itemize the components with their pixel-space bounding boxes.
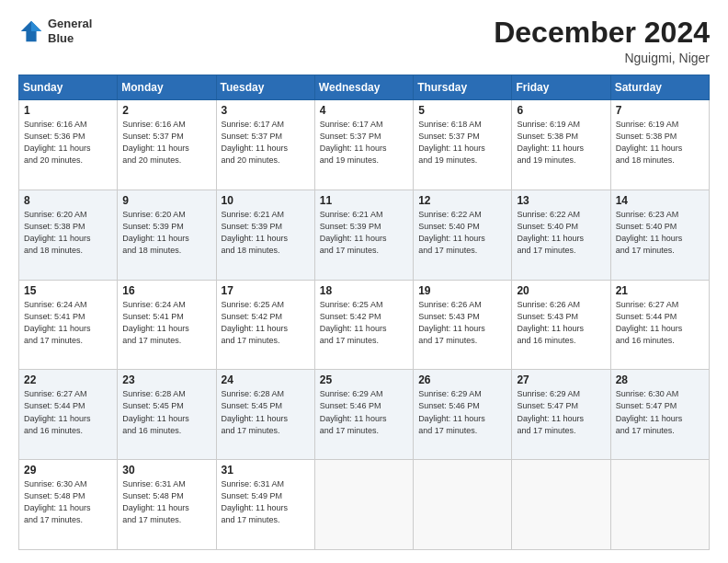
day-info: Sunrise: 6:24 AM Sunset: 5:41 PM Dayligh…: [122, 299, 210, 347]
day-info: Sunrise: 6:16 AM Sunset: 5:36 PM Dayligh…: [24, 119, 112, 167]
day-number: 12: [418, 194, 506, 207]
svg-marker-1: [31, 20, 41, 30]
day-info: Sunrise: 6:25 AM Sunset: 5:42 PM Dayligh…: [320, 299, 408, 347]
calendar-week-4: 22Sunrise: 6:27 AM Sunset: 5:44 PM Dayli…: [19, 370, 710, 460]
calendar-week-3: 15Sunrise: 6:24 AM Sunset: 5:41 PM Dayli…: [19, 280, 710, 370]
calendar-header-tuesday: Tuesday: [216, 75, 314, 100]
day-info: Sunrise: 6:26 AM Sunset: 5:43 PM Dayligh…: [517, 299, 605, 347]
day-info: Sunrise: 6:19 AM Sunset: 5:38 PM Dayligh…: [517, 119, 605, 167]
calendar-cell: 26Sunrise: 6:29 AM Sunset: 5:46 PM Dayli…: [414, 370, 512, 460]
day-number: 23: [122, 373, 210, 386]
day-number: 30: [122, 464, 210, 477]
calendar-header-friday: Friday: [512, 75, 610, 100]
day-number: 3: [222, 104, 310, 117]
calendar-cell: 17Sunrise: 6:25 AM Sunset: 5:42 PM Dayli…: [216, 280, 314, 370]
logo: General Blue: [18, 17, 92, 45]
calendar-cell: 24Sunrise: 6:28 AM Sunset: 5:45 PM Dayli…: [216, 370, 314, 460]
calendar-cell: 6Sunrise: 6:19 AM Sunset: 5:38 PM Daylig…: [512, 100, 610, 190]
calendar-header-thursday: Thursday: [414, 75, 512, 100]
day-info: Sunrise: 6:31 AM Sunset: 5:49 PM Dayligh…: [222, 478, 310, 526]
day-number: 1: [24, 104, 112, 117]
day-number: 14: [616, 194, 704, 207]
calendar-cell: 2Sunrise: 6:16 AM Sunset: 5:37 PM Daylig…: [118, 100, 216, 190]
day-info: Sunrise: 6:24 AM Sunset: 5:41 PM Dayligh…: [24, 299, 112, 347]
day-info: Sunrise: 6:31 AM Sunset: 5:48 PM Dayligh…: [122, 478, 210, 526]
day-info: Sunrise: 6:22 AM Sunset: 5:40 PM Dayligh…: [418, 209, 506, 257]
day-number: 9: [122, 194, 210, 207]
day-info: Sunrise: 6:17 AM Sunset: 5:37 PM Dayligh…: [222, 119, 310, 167]
day-number: 16: [122, 284, 210, 297]
header: General Blue December 2024 Nguigmi, Nige…: [18, 17, 710, 65]
calendar-cell: 16Sunrise: 6:24 AM Sunset: 5:41 PM Dayli…: [118, 280, 216, 370]
calendar-header-row: SundayMondayTuesdayWednesdayThursdayFrid…: [19, 75, 710, 100]
day-info: Sunrise: 6:19 AM Sunset: 5:38 PM Dayligh…: [616, 119, 704, 167]
day-info: Sunrise: 6:26 AM Sunset: 5:43 PM Dayligh…: [418, 299, 506, 347]
calendar-cell: [314, 460, 413, 550]
calendar-cell: 23Sunrise: 6:28 AM Sunset: 5:45 PM Dayli…: [118, 370, 216, 460]
logo-icon: [18, 18, 44, 44]
calendar-header-monday: Monday: [118, 75, 216, 100]
day-number: 19: [418, 284, 506, 297]
day-info: Sunrise: 6:20 AM Sunset: 5:38 PM Dayligh…: [24, 209, 112, 257]
calendar-cell: 1Sunrise: 6:16 AM Sunset: 5:36 PM Daylig…: [19, 100, 118, 190]
calendar-cell: 18Sunrise: 6:25 AM Sunset: 5:42 PM Dayli…: [314, 280, 413, 370]
calendar-header-saturday: Saturday: [610, 75, 709, 100]
day-number: 28: [616, 373, 704, 386]
day-info: Sunrise: 6:30 AM Sunset: 5:47 PM Dayligh…: [616, 388, 704, 436]
day-info: Sunrise: 6:18 AM Sunset: 5:37 PM Dayligh…: [418, 119, 506, 167]
day-info: Sunrise: 6:20 AM Sunset: 5:39 PM Dayligh…: [122, 209, 210, 257]
day-info: Sunrise: 6:27 AM Sunset: 5:44 PM Dayligh…: [616, 299, 704, 347]
calendar-cell: 13Sunrise: 6:22 AM Sunset: 5:40 PM Dayli…: [512, 190, 610, 280]
day-info: Sunrise: 6:29 AM Sunset: 5:47 PM Dayligh…: [517, 388, 605, 436]
logo-text: General Blue: [48, 17, 92, 45]
calendar-cell: 8Sunrise: 6:20 AM Sunset: 5:38 PM Daylig…: [19, 190, 118, 280]
day-info: Sunrise: 6:16 AM Sunset: 5:37 PM Dayligh…: [122, 119, 210, 167]
day-number: 24: [222, 373, 310, 386]
calendar-cell: [610, 460, 709, 550]
day-number: 7: [616, 104, 704, 117]
day-number: 27: [517, 373, 605, 386]
day-number: 21: [616, 284, 704, 297]
day-number: 17: [222, 284, 310, 297]
calendar-week-1: 1Sunrise: 6:16 AM Sunset: 5:36 PM Daylig…: [19, 100, 710, 190]
day-number: 6: [517, 104, 605, 117]
calendar-cell: 5Sunrise: 6:18 AM Sunset: 5:37 PM Daylig…: [414, 100, 512, 190]
calendar-cell: 22Sunrise: 6:27 AM Sunset: 5:44 PM Dayli…: [19, 370, 118, 460]
calendar-cell: 28Sunrise: 6:30 AM Sunset: 5:47 PM Dayli…: [610, 370, 709, 460]
calendar-cell: 12Sunrise: 6:22 AM Sunset: 5:40 PM Dayli…: [414, 190, 512, 280]
day-number: 8: [24, 194, 112, 207]
calendar-cell: 29Sunrise: 6:30 AM Sunset: 5:48 PM Dayli…: [19, 460, 118, 550]
calendar-cell: 14Sunrise: 6:23 AM Sunset: 5:40 PM Dayli…: [610, 190, 709, 280]
day-number: 22: [24, 373, 112, 386]
day-info: Sunrise: 6:29 AM Sunset: 5:46 PM Dayligh…: [320, 388, 408, 436]
day-info: Sunrise: 6:21 AM Sunset: 5:39 PM Dayligh…: [222, 209, 310, 257]
calendar-cell: 11Sunrise: 6:21 AM Sunset: 5:39 PM Dayli…: [314, 190, 413, 280]
location: Nguigmi, Niger: [494, 51, 710, 65]
calendar-cell: [512, 460, 610, 550]
calendar-cell: 3Sunrise: 6:17 AM Sunset: 5:37 PM Daylig…: [216, 100, 314, 190]
calendar-header-sunday: Sunday: [19, 75, 118, 100]
day-info: Sunrise: 6:28 AM Sunset: 5:45 PM Dayligh…: [122, 388, 210, 436]
calendar-header-wednesday: Wednesday: [314, 75, 413, 100]
calendar-cell: 4Sunrise: 6:17 AM Sunset: 5:37 PM Daylig…: [314, 100, 413, 190]
calendar-cell: 30Sunrise: 6:31 AM Sunset: 5:48 PM Dayli…: [118, 460, 216, 550]
day-info: Sunrise: 6:17 AM Sunset: 5:37 PM Dayligh…: [320, 119, 408, 167]
day-info: Sunrise: 6:22 AM Sunset: 5:40 PM Dayligh…: [517, 209, 605, 257]
day-number: 10: [222, 194, 310, 207]
calendar-cell: 9Sunrise: 6:20 AM Sunset: 5:39 PM Daylig…: [118, 190, 216, 280]
calendar-cell: 10Sunrise: 6:21 AM Sunset: 5:39 PM Dayli…: [216, 190, 314, 280]
calendar-week-2: 8Sunrise: 6:20 AM Sunset: 5:38 PM Daylig…: [19, 190, 710, 280]
calendar-week-5: 29Sunrise: 6:30 AM Sunset: 5:48 PM Dayli…: [19, 460, 710, 550]
day-number: 15: [24, 284, 112, 297]
day-number: 31: [222, 464, 310, 477]
calendar-cell: 19Sunrise: 6:26 AM Sunset: 5:43 PM Dayli…: [414, 280, 512, 370]
day-number: 20: [517, 284, 605, 297]
page: General Blue December 2024 Nguigmi, Nige…: [0, 0, 728, 563]
day-info: Sunrise: 6:23 AM Sunset: 5:40 PM Dayligh…: [616, 209, 704, 257]
title-block: December 2024 Nguigmi, Niger: [494, 17, 710, 65]
day-number: 13: [517, 194, 605, 207]
day-number: 26: [418, 373, 506, 386]
day-number: 29: [24, 464, 112, 477]
day-info: Sunrise: 6:25 AM Sunset: 5:42 PM Dayligh…: [222, 299, 310, 347]
month-title: December 2024: [494, 17, 710, 49]
